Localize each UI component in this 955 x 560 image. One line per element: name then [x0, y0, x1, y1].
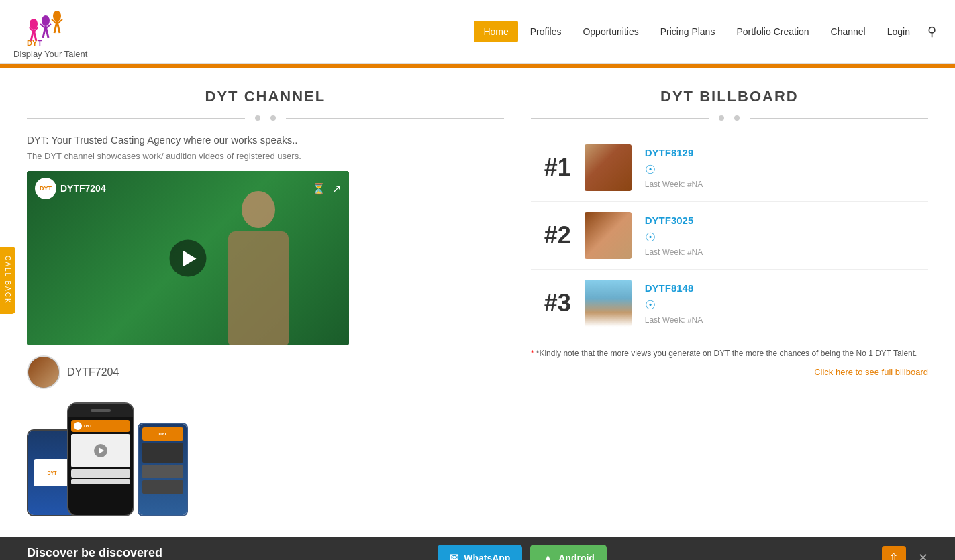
video-player[interactable]: DYT DYTF7204 ⏳ ↗ — [27, 171, 349, 345]
nav-home[interactable]: Home — [474, 21, 517, 42]
rank-3-number: #3 — [531, 289, 585, 317]
rank-3-id[interactable]: DYTF8148 — [645, 282, 928, 294]
nav-channel[interactable]: Channel — [821, 21, 875, 42]
bill-dot-1 — [719, 115, 724, 121]
phone-tablet: DYT — [138, 423, 188, 516]
channel-section: DYT CHANNEL DYT: Your Trusted Casting Ag… — [27, 88, 504, 516]
channel-desc: The DYT channel showcases work/ audition… — [27, 151, 504, 161]
discover-text: Discover be discovered Get DYT App now! — [27, 546, 162, 561]
clock-icon[interactable]: ⏳ — [312, 182, 325, 195]
two-column-layout: DYT CHANNEL DYT: Your Trusted Casting Ag… — [27, 88, 928, 516]
svg-point-5 — [42, 15, 50, 26]
channel-desc-title: DYT: Your Trusted Casting Agency where o… — [27, 134, 504, 146]
rank-3-info: DYTF8148 ☉ Last Week: #NA — [645, 282, 928, 325]
video-logo: DYT DYTF7204 — [35, 178, 106, 199]
main-nav: Home Profiles Opportunities Pricing Plan… — [474, 21, 942, 42]
search-icon[interactable]: ⚲ — [922, 21, 942, 42]
video-top-bar: DYT DYTF7204 ⏳ ↗ — [27, 178, 349, 199]
rank-3-week: Last Week: #NA — [645, 315, 928, 325]
dot-1 — [255, 115, 260, 121]
svg-text:T: T — [38, 39, 42, 47]
billboard-entry-1: #1 DYTF8129 ☉ Last Week: #NA — [531, 134, 928, 202]
phone-mockups: DYT DYT — [27, 402, 504, 516]
rank-1-eye-icon[interactable]: ☉ — [645, 163, 656, 176]
channel-title: DYT CHANNEL — [27, 88, 504, 105]
whatsapp-button[interactable]: ✉ WhatsApp — [438, 545, 522, 560]
billboard-title: DYT BILLBOARD — [531, 88, 928, 105]
video-action-icons: ⏳ ↗ — [312, 182, 341, 195]
rank-1-photo — [585, 144, 632, 191]
android-label: Android — [558, 553, 595, 561]
divider-line-right — [286, 118, 504, 119]
dot-2 — [270, 115, 276, 121]
footer-banner: Discover be discovered Get DYT App now! … — [0, 537, 955, 560]
channel-divider-dots — [27, 115, 504, 121]
bill-divider-right — [750, 118, 928, 119]
nav-pricing-plans[interactable]: Pricing Plans — [651, 21, 725, 42]
discover-main-text: Discover be discovered — [27, 546, 162, 560]
rank-1-id[interactable]: DYTF8129 — [645, 147, 928, 158]
rank-2-number: #2 — [531, 221, 585, 249]
divider-line-left — [27, 118, 245, 119]
nav-opportunities[interactable]: Opportunities — [573, 21, 648, 42]
phone-large: DYT — [67, 402, 134, 516]
whatsapp-label: WhatsApp — [464, 553, 510, 561]
billboard-note: * *Kindly note that the more views you g… — [531, 347, 928, 360]
bill-divider-left — [531, 118, 709, 119]
billboard-divider-dots — [531, 115, 928, 121]
billboard-entry-2: #2 DYTF3025 ☉ Last Week: #NA — [531, 202, 928, 270]
video-user-bar: DYTF7204 — [27, 355, 504, 389]
rank-1-number: #1 — [531, 154, 585, 182]
rank-1-info: DYTF8129 ☉ Last Week: #NA — [645, 147, 928, 189]
rank-2-info: DYTF3025 ☉ Last Week: #NA — [645, 215, 928, 257]
main-content: DYT CHANNEL DYT: Your Trusted Casting Ag… — [0, 68, 955, 537]
close-banner-button[interactable]: ✕ — [918, 551, 928, 561]
billboard-section: DYT BILLBOARD #1 DYTF8129 ☉ Last Week: — [531, 88, 928, 516]
user-handle: DYTF7204 — [67, 366, 119, 378]
call-back-label: CALL BACK — [4, 256, 11, 304]
share-icon[interactable]: ↗ — [332, 182, 341, 195]
asterisk-icon: * — [531, 349, 534, 358]
see-full-billboard-link[interactable]: Click here to see full billboard — [531, 367, 928, 377]
nav-login[interactable]: Login — [878, 21, 919, 42]
header: DY T Display Your Talent Home Profiles O… — [0, 0, 955, 64]
nav-portfolio-creation[interactable]: Portfolio Creation — [727, 21, 818, 42]
billboard-note-text: *Kindly note that the more views you gen… — [536, 349, 917, 358]
whatsapp-icon: ✉ — [450, 551, 458, 560]
billboard-entry-3: #3 DYTF8148 ☉ Last Week: #NA — [531, 270, 928, 337]
rank-3-photo — [585, 280, 632, 327]
bill-dot-2 — [734, 115, 740, 121]
svg-point-10 — [53, 11, 61, 21]
logo-text: Display Your Talent — [13, 49, 87, 59]
scroll-top-button[interactable]: ⇧ — [882, 546, 906, 561]
logo-svg: DY T — [20, 4, 81, 48]
video-figure — [208, 191, 309, 345]
app-buttons: ✉ WhatsApp ▲ Android — [438, 545, 607, 560]
nav-profiles[interactable]: Profiles — [521, 21, 571, 42]
play-triangle-icon — [183, 250, 196, 266]
svg-text:DY: DY — [27, 39, 38, 47]
rank-2-week: Last Week: #NA — [645, 247, 928, 257]
rank-2-eye-icon[interactable]: ☉ — [645, 231, 656, 244]
rank-3-eye-icon[interactable]: ☉ — [645, 298, 656, 312]
call-back-tab[interactable]: CALL BACK — [0, 247, 15, 314]
video-id-label: DYTF7204 — [60, 183, 106, 194]
user-avatar — [27, 355, 60, 389]
rank-2-photo — [585, 212, 632, 259]
android-button[interactable]: ▲ Android — [530, 545, 607, 560]
play-button[interactable] — [170, 240, 207, 277]
logo-area: DY T Display Your Talent — [13, 4, 87, 59]
android-icon: ▲ — [542, 552, 553, 561]
rank-1-week: Last Week: #NA — [645, 180, 928, 189]
video-logo-circle: DYT — [35, 178, 56, 199]
rank-2-id[interactable]: DYTF3025 — [645, 215, 928, 226]
footer-right-actions: ⇧ ✕ — [882, 546, 928, 561]
